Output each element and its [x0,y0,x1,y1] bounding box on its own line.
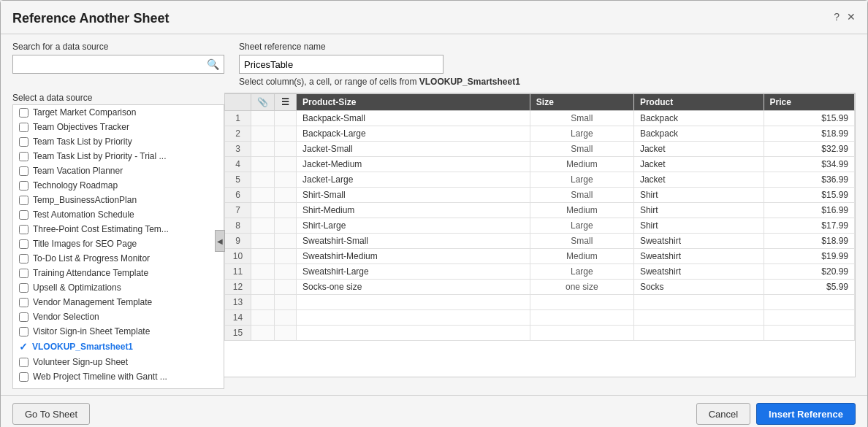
list-item[interactable]: Web Project Timeline with Gantt ... [13,369,224,384]
product_size-cell[interactable]: Shirt-Small [297,188,530,203]
list-item-checkbox[interactable] [19,312,28,322]
list-item[interactable]: ✓VLOOKUP_Smartsheet1 [13,339,224,355]
size-cell[interactable] [530,295,633,310]
price-cell[interactable]: $18.99 [764,234,854,249]
price-cell[interactable]: $19.99 [764,249,854,264]
size-cell[interactable]: Small [530,188,633,203]
table-row[interactable]: 3Jacket-SmallSmallJacket$32.99 [225,142,855,157]
list-item[interactable]: Team Vacation Planner [13,164,224,178]
insert-reference-button[interactable]: Insert Reference [756,403,856,425]
size-cell[interactable]: Medium [530,249,633,264]
product-cell[interactable]: Sweatshirt [633,264,764,280]
table-row[interactable]: 5Jacket-LargeLargeJacket$36.99 [225,172,855,188]
list-item[interactable]: Vendor Management Template [13,295,224,309]
list-item-checkbox[interactable] [19,358,28,367]
list-item-checkbox[interactable] [19,283,28,293]
size-cell[interactable]: Medium [530,203,633,218]
price-cell[interactable]: $17.99 [764,218,854,234]
price-cell[interactable]: $36.99 [764,172,854,188]
list-item[interactable]: Temp_BusinessActionPlan [13,193,224,207]
list-item-checkbox[interactable] [19,166,28,176]
price-cell[interactable]: $15.99 [764,188,854,203]
data-source-list[interactable]: Target Market ComparisonTeam Objectives … [12,104,224,389]
table-row[interactable]: 12Socks-one sizeone sizeSocks$5.99 [225,280,855,295]
table-row[interactable]: 4Jacket-MediumMediumJacket$34.99 [225,157,855,172]
product_size-cell[interactable] [297,295,530,310]
size-cell[interactable]: Large [530,126,633,142]
table-row[interactable]: 2Backpack-LargeLargeBackpack$18.99 [225,126,855,142]
go-to-sheet-button[interactable]: Go To Sheet [12,403,90,425]
list-item-checkbox[interactable] [19,254,28,263]
product_size-cell[interactable]: Sweatshirt-Large [297,264,530,280]
list-item-checkbox[interactable] [19,137,28,147]
list-item[interactable]: Vendor Selection [13,309,224,324]
size-cell[interactable]: Large [530,264,633,280]
product-cell[interactable]: Jacket [633,142,764,157]
price-col-header[interactable]: Price [764,94,854,111]
help-icon[interactable]: ? [834,11,840,23]
price-cell[interactable]: $18.99 [764,126,854,142]
table-row[interactable]: 13 [225,295,855,310]
size-cell[interactable]: Small [530,111,633,126]
product-size-col-header[interactable]: Product-Size [297,94,530,111]
list-item[interactable]: Team Objectives Tracker [13,120,224,134]
list-item-checkbox[interactable] [19,239,28,249]
table-row[interactable]: 7Shirt-MediumMediumShirt$16.99 [225,203,855,218]
list-item[interactable]: Title Images for SEO Page [13,236,224,251]
product-cell[interactable]: Shirt [633,188,764,203]
table-row[interactable]: 10Sweatshirt-MediumMediumSweatshirt$19.9… [225,249,855,264]
list-item-checkbox[interactable] [19,210,28,220]
table-row[interactable]: 9Sweatshirt-SmallSmallSweatshirt$18.99 [225,234,855,249]
price-cell[interactable]: $34.99 [764,157,854,172]
sheet-reference-input[interactable] [239,55,443,74]
size-cell[interactable]: Medium [530,157,633,172]
product_size-cell[interactable] [297,310,530,326]
table-row[interactable]: 8Shirt-LargeLargeShirt$17.99 [225,218,855,234]
table-row[interactable]: 14 [225,310,855,326]
list-item[interactable]: Team Task List by Priority [13,134,224,149]
product-cell[interactable]: Jacket [633,172,764,188]
table-row[interactable]: 6Shirt-SmallSmallShirt$15.99 [225,188,855,203]
list-item[interactable]: Upsell & Optimizations [13,280,224,295]
list-item[interactable]: Volunteer Sign-up Sheet [13,355,224,369]
price-cell[interactable] [764,326,854,341]
list-item[interactable]: Technology Roadmap [13,178,224,193]
price-cell[interactable]: $15.99 [764,111,854,126]
price-cell[interactable]: $5.99 [764,280,854,295]
product_size-cell[interactable]: Sweatshirt-Medium [297,249,530,264]
product-cell[interactable]: Backpack [633,111,764,126]
size-cell[interactable]: Large [530,218,633,234]
product_size-cell[interactable]: Socks-one size [297,280,530,295]
product-cell[interactable]: Socks [633,280,764,295]
product-cell[interactable]: Sweatshirt [633,234,764,249]
list-item-checkbox[interactable] [19,327,28,336]
list-item-checkbox[interactable] [19,181,28,191]
list-item[interactable]: Test Automation Schedule [13,207,224,222]
product_size-cell[interactable]: Jacket-Large [297,172,530,188]
size-cell[interactable]: Small [530,142,633,157]
product-cell[interactable]: Shirt [633,203,764,218]
product-cell[interactable]: Shirt [633,218,764,234]
list-item-checkbox[interactable] [19,196,28,205]
product-cell[interactable] [633,310,764,326]
list-item[interactable]: Three-Point Cost Estimating Tem... [13,222,224,236]
size-cell[interactable] [530,310,633,326]
product-col-header[interactable]: Product [633,94,764,111]
size-col-header[interactable]: Size [530,94,633,111]
list-item-checkbox[interactable] [19,372,28,382]
list-item[interactable]: Target Market Comparison [13,105,224,120]
collapse-arrow[interactable]: ◀ [215,230,225,252]
price-cell[interactable] [764,310,854,326]
list-item[interactable]: Team Task List by Priority - Trial ... [13,149,224,164]
size-cell[interactable] [530,326,633,341]
size-cell[interactable]: one size [530,280,633,295]
list-item-checkbox[interactable] [19,152,28,161]
price-cell[interactable]: $32.99 [764,142,854,157]
product_size-cell[interactable]: Shirt-Medium [297,203,530,218]
product-cell[interactable]: Backpack [633,126,764,142]
product_size-cell[interactable]: Shirt-Large [297,218,530,234]
search-input[interactable] [18,59,207,70]
list-item-checkbox[interactable] [19,225,28,234]
product-cell[interactable]: Jacket [633,157,764,172]
size-cell[interactable]: Small [530,234,633,249]
